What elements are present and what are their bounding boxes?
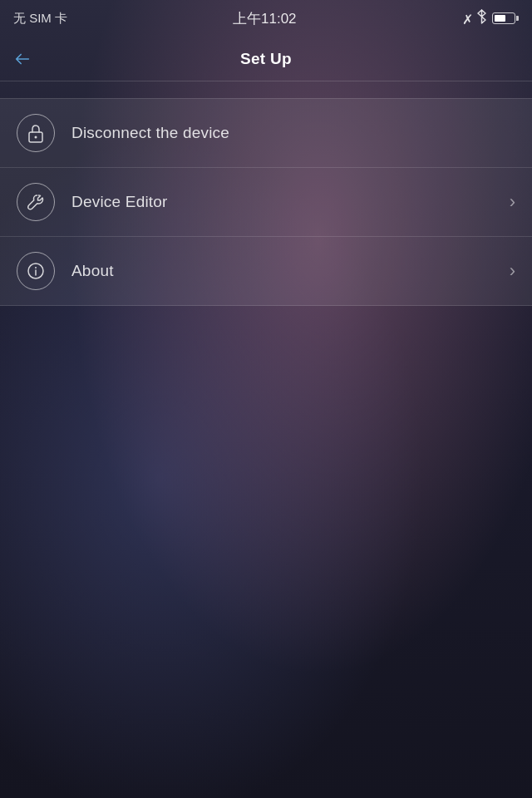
device-editor-chevron: › xyxy=(510,191,515,213)
svg-point-1 xyxy=(35,136,37,139)
page-title: Set Up xyxy=(240,50,292,68)
status-bar: 无 SIM 卡 上午11:02 ✗ xyxy=(0,0,532,37)
about-chevron: › xyxy=(510,260,515,282)
disconnect-label: Disconnect the device xyxy=(71,124,515,142)
lock-icon-container xyxy=(17,114,55,152)
battery-indicator xyxy=(492,12,519,24)
status-icons: ✗ xyxy=(462,9,519,27)
back-arrow-icon xyxy=(13,50,32,68)
bluetooth-icon: ✗ xyxy=(462,9,487,27)
nav-bar: Set Up xyxy=(0,37,532,81)
lock-icon xyxy=(27,123,45,143)
back-button[interactable] xyxy=(13,50,32,68)
device-editor-item[interactable]: Device Editor › xyxy=(0,167,532,236)
about-label: About xyxy=(71,262,501,280)
sim-status: 无 SIM 卡 xyxy=(13,11,67,27)
svg-point-3 xyxy=(35,267,37,268)
menu-list: Disconnect the device Device Editor › Ab… xyxy=(0,98,532,306)
wrench-icon xyxy=(27,193,45,211)
time-display: 上午11:02 xyxy=(233,9,297,28)
about-item[interactable]: About › xyxy=(0,236,532,305)
disconnect-item[interactable]: Disconnect the device xyxy=(0,99,532,167)
info-icon xyxy=(27,262,45,280)
device-editor-label: Device Editor xyxy=(71,193,501,211)
info-icon-container xyxy=(17,252,55,290)
wrench-icon-container xyxy=(17,183,55,221)
